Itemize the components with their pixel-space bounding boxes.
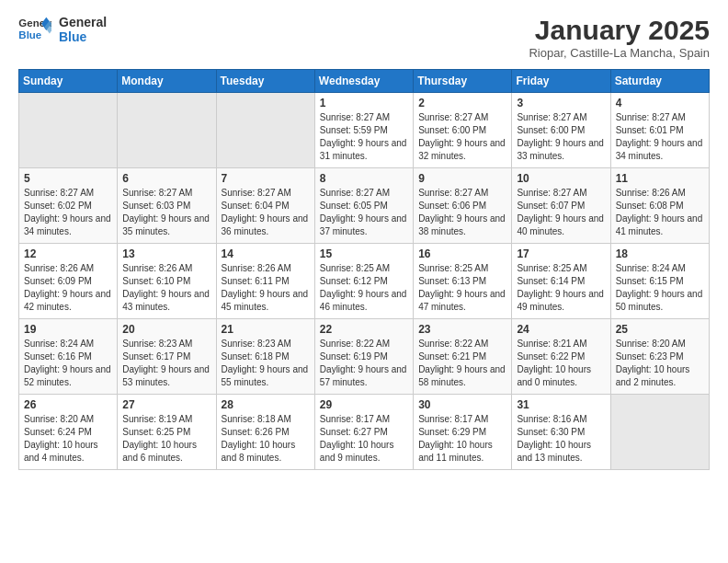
day-number: 5 (24, 172, 112, 185)
day-number: 22 (320, 323, 408, 336)
calendar-cell: 20Sunrise: 8:23 AMSunset: 6:17 PMDayligh… (118, 319, 216, 395)
day-info: Sunrise: 8:26 AMSunset: 6:08 PMDaylight:… (616, 187, 704, 238)
day-info: Sunrise: 8:27 AMSunset: 6:04 PMDaylight:… (222, 187, 310, 238)
calendar-cell: 24Sunrise: 8:21 AMSunset: 6:22 PMDayligh… (512, 319, 610, 395)
day-number: 9 (418, 172, 506, 185)
calendar-cell: 5Sunrise: 8:27 AMSunset: 6:02 PMDaylight… (19, 168, 118, 244)
logo-icon: General Blue (18, 16, 51, 43)
header-monday: Monday (118, 70, 216, 93)
calendar-cell: 7Sunrise: 8:27 AMSunset: 6:04 PMDaylight… (216, 168, 314, 244)
day-info: Sunrise: 8:27 AMSunset: 6:00 PMDaylight:… (418, 111, 506, 163)
day-info: Sunrise: 8:27 AMSunset: 6:07 PMDaylight:… (517, 187, 605, 238)
calendar-cell: 16Sunrise: 8:25 AMSunset: 6:13 PMDayligh… (414, 244, 512, 319)
day-info: Sunrise: 8:21 AMSunset: 6:22 PMDaylight:… (517, 338, 605, 389)
day-info: Sunrise: 8:27 AMSunset: 6:02 PMDaylight:… (24, 187, 112, 238)
calendar-cell: 10Sunrise: 8:27 AMSunset: 6:07 PMDayligh… (512, 168, 610, 244)
day-info: Sunrise: 8:25 AMSunset: 6:12 PMDaylight:… (320, 262, 408, 314)
day-number: 8 (320, 172, 408, 185)
day-info: Sunrise: 8:23 AMSunset: 6:18 PMDaylight:… (222, 338, 310, 389)
calendar-cell: 21Sunrise: 8:23 AMSunset: 6:18 PMDayligh… (216, 319, 314, 395)
page: General Blue General Blue January 2025 R… (0, 0, 728, 563)
calendar-cell: 26Sunrise: 8:20 AMSunset: 6:24 PMDayligh… (19, 395, 118, 470)
calendar-cell: 18Sunrise: 8:24 AMSunset: 6:15 PMDayligh… (610, 244, 709, 319)
day-number: 19 (24, 323, 112, 336)
calendar-cell: 27Sunrise: 8:19 AMSunset: 6:25 PMDayligh… (118, 395, 216, 470)
day-info: Sunrise: 8:27 AMSunset: 6:05 PMDaylight:… (320, 187, 408, 238)
calendar-cell (19, 93, 118, 168)
day-number: 16 (418, 247, 506, 260)
svg-text:Blue: Blue (18, 29, 41, 40)
day-number: 27 (122, 398, 210, 411)
day-info: Sunrise: 8:20 AMSunset: 6:24 PMDaylight:… (24, 413, 112, 465)
calendar-cell: 30Sunrise: 8:17 AMSunset: 6:29 PMDayligh… (414, 395, 512, 470)
day-number: 2 (418, 97, 506, 109)
day-number: 31 (517, 398, 605, 411)
day-number: 15 (320, 247, 408, 260)
calendar-cell: 1Sunrise: 8:27 AMSunset: 5:59 PMDaylight… (314, 93, 413, 168)
day-number: 28 (222, 398, 310, 411)
day-number: 21 (222, 323, 310, 336)
header-friday: Friday (512, 70, 610, 93)
day-info: Sunrise: 8:24 AMSunset: 6:16 PMDaylight:… (24, 338, 112, 389)
day-number: 12 (24, 247, 112, 260)
header-wednesday: Wednesday (314, 70, 413, 93)
day-number: 29 (320, 398, 408, 411)
day-info: Sunrise: 8:27 AMSunset: 6:06 PMDaylight:… (418, 187, 506, 238)
header-saturday: Saturday (610, 70, 709, 93)
day-number: 10 (517, 172, 605, 185)
calendar-cell (118, 93, 216, 168)
day-info: Sunrise: 8:27 AMSunset: 5:59 PMDaylight:… (320, 111, 408, 163)
calendar-cell: 15Sunrise: 8:25 AMSunset: 6:12 PMDayligh… (314, 244, 413, 319)
logo: General Blue General Blue (18, 15, 107, 44)
day-info: Sunrise: 8:17 AMSunset: 6:29 PMDaylight:… (418, 413, 506, 465)
location: Riopar, Castille-La Mancha, Spain (529, 46, 710, 60)
week-row-2: 5Sunrise: 8:27 AMSunset: 6:02 PMDaylight… (19, 168, 710, 244)
calendar-cell: 25Sunrise: 8:20 AMSunset: 6:23 PMDayligh… (610, 319, 709, 395)
calendar-cell: 11Sunrise: 8:26 AMSunset: 6:08 PMDayligh… (610, 168, 709, 244)
day-info: Sunrise: 8:17 AMSunset: 6:27 PMDaylight:… (320, 413, 408, 465)
day-info: Sunrise: 8:27 AMSunset: 6:03 PMDaylight:… (122, 187, 210, 238)
day-info: Sunrise: 8:22 AMSunset: 6:21 PMDaylight:… (418, 338, 506, 389)
day-number: 4 (616, 97, 704, 109)
day-info: Sunrise: 8:24 AMSunset: 6:15 PMDaylight:… (616, 262, 704, 314)
calendar-cell: 3Sunrise: 8:27 AMSunset: 6:00 PMDaylight… (512, 93, 610, 168)
calendar-cell: 9Sunrise: 8:27 AMSunset: 6:06 PMDaylight… (414, 168, 512, 244)
day-number: 30 (418, 398, 506, 411)
day-number: 26 (24, 398, 112, 411)
header-thursday: Thursday (414, 70, 512, 93)
calendar-cell: 4Sunrise: 8:27 AMSunset: 6:01 PMDaylight… (610, 93, 709, 168)
day-info: Sunrise: 8:27 AMSunset: 6:01 PMDaylight:… (616, 111, 704, 163)
day-info: Sunrise: 8:16 AMSunset: 6:30 PMDaylight:… (517, 413, 605, 465)
calendar-cell (216, 93, 314, 168)
calendar-cell: 19Sunrise: 8:24 AMSunset: 6:16 PMDayligh… (19, 319, 118, 395)
calendar-cell: 8Sunrise: 8:27 AMSunset: 6:05 PMDaylight… (314, 168, 413, 244)
day-info: Sunrise: 8:22 AMSunset: 6:19 PMDaylight:… (320, 338, 408, 389)
calendar-cell: 22Sunrise: 8:22 AMSunset: 6:19 PMDayligh… (314, 319, 413, 395)
header-sunday: Sunday (19, 70, 118, 93)
day-info: Sunrise: 8:25 AMSunset: 6:14 PMDaylight:… (517, 262, 605, 314)
day-number: 3 (517, 97, 605, 109)
logo-blue: Blue (59, 29, 107, 44)
day-number: 24 (517, 323, 605, 336)
title-block: January 2025 Riopar, Castille-La Mancha,… (529, 15, 710, 60)
calendar-cell: 28Sunrise: 8:18 AMSunset: 6:26 PMDayligh… (216, 395, 314, 470)
calendar-cell: 6Sunrise: 8:27 AMSunset: 6:03 PMDaylight… (118, 168, 216, 244)
day-info: Sunrise: 8:23 AMSunset: 6:17 PMDaylight:… (122, 338, 210, 389)
day-number: 11 (616, 172, 704, 185)
week-row-4: 19Sunrise: 8:24 AMSunset: 6:16 PMDayligh… (19, 319, 710, 395)
day-number: 17 (517, 247, 605, 260)
day-info: Sunrise: 8:26 AMSunset: 6:10 PMDaylight:… (122, 262, 210, 314)
calendar-cell: 13Sunrise: 8:26 AMSunset: 6:10 PMDayligh… (118, 244, 216, 319)
day-info: Sunrise: 8:25 AMSunset: 6:13 PMDaylight:… (418, 262, 506, 314)
day-number: 23 (418, 323, 506, 336)
day-number: 13 (122, 247, 210, 260)
day-number: 1 (320, 97, 408, 109)
day-number: 25 (616, 323, 704, 336)
day-number: 7 (222, 172, 310, 185)
day-info: Sunrise: 8:26 AMSunset: 6:11 PMDaylight:… (222, 262, 310, 314)
day-info: Sunrise: 8:27 AMSunset: 6:00 PMDaylight:… (517, 111, 605, 163)
header-tuesday: Tuesday (216, 70, 314, 93)
calendar-table: Sunday Monday Tuesday Wednesday Thursday… (18, 69, 710, 470)
day-info: Sunrise: 8:20 AMSunset: 6:23 PMDaylight:… (616, 338, 704, 389)
calendar-cell: 14Sunrise: 8:26 AMSunset: 6:11 PMDayligh… (216, 244, 314, 319)
